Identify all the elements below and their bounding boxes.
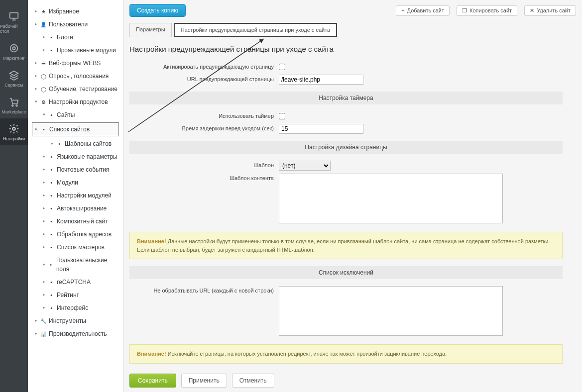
tree-label: Список мастеров bbox=[57, 243, 105, 252]
tree-item[interactable]: ▸•Рейтинг bbox=[28, 289, 123, 301]
action-button[interactable]: ✕Удалить сайт bbox=[524, 5, 576, 16]
tree-label: Обработка адресов bbox=[57, 230, 112, 239]
template-label: Шаблон bbox=[129, 161, 279, 168]
tree-label: Настройки модулей bbox=[57, 191, 112, 200]
caret-icon: ▸ bbox=[35, 126, 40, 133]
apply-button[interactable]: Применить bbox=[181, 374, 227, 388]
activate-checkbox[interactable] bbox=[279, 64, 285, 70]
svg-point-1 bbox=[10, 45, 18, 52]
exclude-textarea[interactable] bbox=[279, 286, 503, 336]
rail-cart[interactable]: Marketplace bbox=[0, 92, 28, 118]
tree-label: Рейтинг bbox=[57, 291, 79, 299]
tree-item[interactable]: ▸•Автокэширование bbox=[28, 202, 123, 215]
tab[interactable]: Настройки предупреждающей страницы при у… bbox=[174, 23, 338, 37]
rail-stack[interactable]: Сервисы bbox=[0, 65, 28, 92]
tree-item[interactable]: ▸•Список мастеров bbox=[28, 241, 123, 254]
tree-label: Почтовые события bbox=[57, 165, 109, 174]
caret-icon: ▸ bbox=[35, 8, 40, 15]
use-timer-checkbox[interactable] bbox=[279, 113, 285, 119]
caret-icon: ▸ bbox=[35, 60, 40, 67]
top-right-actions: +Добавить сайт❐Копировать сайт✕Удалить с… bbox=[396, 5, 576, 16]
tree-item[interactable]: ▸•Почтовые события bbox=[28, 163, 123, 176]
caret-icon: ▸ bbox=[43, 292, 48, 298]
caret-icon: ▾ bbox=[43, 111, 48, 118]
tree-item[interactable]: ▸★Избранное bbox=[28, 5, 123, 18]
tree-item[interactable]: ▸◯Обучение, тестирование bbox=[28, 83, 123, 96]
action-button[interactable]: ❐Копировать сайт bbox=[457, 5, 517, 16]
tree-item[interactable]: ▾⚙Настройки продуктов bbox=[28, 96, 123, 108]
tree-item[interactable]: ▸☰Веб-формы WEBS bbox=[28, 57, 123, 70]
tree-icon: • bbox=[48, 153, 55, 161]
tree-icon: • bbox=[48, 244, 55, 251]
content-template-textarea[interactable] bbox=[279, 174, 503, 223]
url-label: URL предупреждающей страницы bbox=[129, 75, 279, 82]
template-select[interactable]: (нет) bbox=[279, 161, 331, 171]
tree-item[interactable]: ▸•Блоги bbox=[28, 31, 123, 44]
tree-icon: • bbox=[48, 47, 55, 54]
caret-icon: ▸ bbox=[35, 21, 40, 28]
tree-icon: • bbox=[48, 304, 55, 312]
tree-icon: • bbox=[48, 166, 55, 174]
tree-item[interactable]: ▸👤Пользователи bbox=[28, 18, 123, 31]
url-input[interactable] bbox=[279, 75, 363, 85]
target-icon bbox=[8, 43, 19, 54]
tree-icon: 👤 bbox=[40, 21, 47, 28]
page-title: Настройки предупреждающей страницы при у… bbox=[129, 45, 576, 53]
tree-item[interactable]: ▸•Языковые параметры bbox=[28, 150, 123, 163]
delay-input[interactable] bbox=[279, 124, 363, 134]
note-1-body: Данные настройки будут применены только … bbox=[137, 238, 550, 253]
note-2-body: Исключайте страницы, на которых установл… bbox=[166, 351, 447, 357]
tree-label: Автокэширование bbox=[57, 204, 107, 213]
tab[interactable]: Параметры bbox=[129, 23, 172, 37]
tree-label: Модули bbox=[57, 178, 78, 187]
caret-icon: ▸ bbox=[43, 231, 48, 238]
caret-icon: ▸ bbox=[35, 86, 40, 93]
tree-item[interactable]: ▾•Сайты bbox=[28, 108, 123, 121]
svg-rect-0 bbox=[10, 13, 18, 18]
note-1: Внимание! Данные настройки будут примене… bbox=[129, 232, 563, 259]
create-copy-button[interactable]: Создать копию bbox=[129, 4, 186, 17]
tree-icon: • bbox=[48, 205, 55, 212]
tree-item[interactable]: ▸📊Производительность bbox=[28, 327, 123, 340]
tree-item[interactable]: ▸•Список сайтов bbox=[32, 122, 119, 136]
caret-icon: ▸ bbox=[35, 330, 40, 337]
caret-icon: ▸ bbox=[43, 279, 48, 286]
tree-item[interactable]: ▸•Пользовательские поля bbox=[28, 254, 123, 276]
tree-item[interactable]: ▸🔧Инструменты bbox=[28, 314, 123, 327]
caret-icon: ▸ bbox=[35, 73, 40, 80]
rail-gear[interactable]: Настройки bbox=[0, 118, 28, 145]
tree-icon: • bbox=[48, 261, 54, 269]
cancel-button[interactable]: Отменить bbox=[232, 374, 274, 388]
tree-item[interactable]: ▸◯Опросы, голосования bbox=[28, 70, 123, 83]
caret-icon: ▸ bbox=[43, 166, 48, 173]
tree-item[interactable]: ▸•Проактивные модули bbox=[28, 44, 123, 57]
caret-icon: ▸ bbox=[35, 317, 40, 324]
rail-target[interactable]: Маркетинг bbox=[0, 38, 28, 65]
tree-icon: • bbox=[48, 218, 55, 225]
save-button[interactable]: Сохранить bbox=[129, 374, 176, 388]
caret-icon: ▸ bbox=[43, 34, 48, 41]
caret-icon: ▸ bbox=[43, 304, 48, 311]
tree-label: Опросы, голосования bbox=[49, 72, 109, 81]
tree-item[interactable]: ▸•Обработка адресов bbox=[28, 228, 123, 241]
exclude-label: Не обрабатывать URL (каждый с новой стро… bbox=[129, 286, 279, 294]
tree-icon: • bbox=[56, 140, 63, 148]
caret-icon: ▾ bbox=[35, 98, 40, 105]
tree-label: Интерфейс bbox=[57, 303, 88, 312]
section-timer: Настройка таймера bbox=[129, 92, 563, 104]
tree-item[interactable]: ▸•Модули bbox=[28, 176, 123, 189]
tree-label: Сайты bbox=[57, 110, 75, 119]
tree-label: Пользовательские поля bbox=[56, 256, 119, 274]
svg-point-2 bbox=[12, 47, 15, 50]
tree-item[interactable]: ▸•Шаблоны сайтов bbox=[28, 137, 123, 150]
caret-icon: ▸ bbox=[43, 261, 48, 268]
tree-item[interactable]: ▸•Композитный сайт bbox=[28, 215, 123, 228]
caret-icon: ▸ bbox=[43, 153, 48, 160]
tree-icon: • bbox=[48, 292, 55, 299]
use-timer-label: Использовать таймер bbox=[129, 111, 279, 119]
tree-item[interactable]: ▸•reCAPTCHA bbox=[28, 276, 123, 289]
action-button[interactable]: +Добавить сайт bbox=[396, 5, 450, 16]
tree-item[interactable]: ▸•Интерфейс bbox=[28, 301, 123, 314]
tree-item[interactable]: ▸•Настройки модулей bbox=[28, 189, 123, 202]
rail-desktop[interactable]: Рабочий стол bbox=[0, 6, 28, 38]
